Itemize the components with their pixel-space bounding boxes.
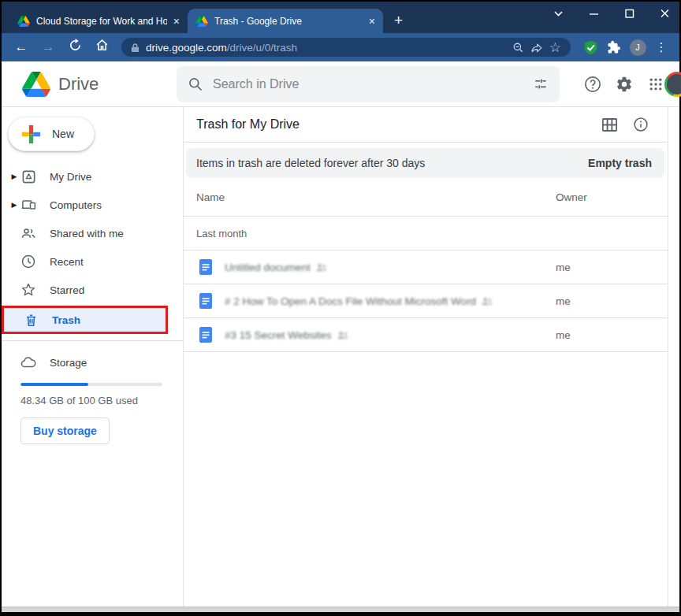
home-icon[interactable] (90, 39, 114, 56)
table-header: Name Owner (184, 178, 668, 217)
column-owner-header[interactable]: Owner (556, 191, 657, 203)
expand-arrow-icon[interactable]: ▶ (8, 173, 20, 180)
file-name: #3 15 Secret Websites (225, 329, 332, 341)
owner-cell: me (556, 262, 657, 273)
banner-message: Items in trash are deleted forever after… (196, 157, 588, 169)
owner-cell: me (556, 329, 657, 341)
google-docs-icon (199, 259, 212, 275)
tab-cloud-storage[interactable]: Cloud Storage for Work and Hon × (9, 9, 188, 33)
brand-name: Drive (58, 74, 99, 95)
table-row[interactable]: # 2 How To Open A Docs File Without Micr… (184, 284, 668, 318)
sidebar-item-label: Storage (50, 357, 87, 369)
maximize-button[interactable] (623, 8, 636, 19)
lock-icon[interactable] (131, 43, 140, 53)
avatar-initial: J (630, 39, 646, 56)
table-row[interactable]: Untitled document me (184, 250, 668, 284)
sidebar-item-label: Shared with me (50, 228, 124, 239)
browser-toolbar: ← → drive.google.com/drive/u/0/trash ☆ (2, 33, 679, 61)
search-options-tune-icon[interactable] (533, 76, 549, 92)
close-window-button[interactable] (658, 8, 672, 19)
profile-avatar[interactable]: J (627, 39, 648, 56)
sidebar-item-label: Starred (50, 284, 84, 296)
empty-trash-button[interactable]: Empty trash (588, 157, 652, 169)
new-tab-button[interactable]: + (394, 12, 403, 29)
shared-indicator-icon (337, 330, 348, 340)
sidebar-item-trash[interactable]: Trash (4, 308, 166, 332)
table-row[interactable]: #3 15 Secret Websites me (184, 318, 668, 352)
column-name-header[interactable]: Name (196, 191, 556, 203)
info-icon[interactable] (625, 110, 657, 139)
shared-with-me-icon (20, 225, 36, 241)
zoom-page-icon[interactable] (512, 42, 524, 54)
drive-sidebar: New ▶ My Drive ▶ C (2, 107, 183, 607)
share-icon[interactable] (530, 42, 543, 54)
forward-icon[interactable]: → (36, 39, 60, 55)
storage-cloud-icon (20, 354, 36, 370)
tab-search-chevron-icon[interactable] (552, 8, 565, 19)
search-icon (188, 76, 203, 92)
storage-usage-text: 48.34 GB of 100 GB used (20, 395, 183, 406)
address-bar[interactable]: drive.google.com/drive/u/0/trash ☆ (121, 38, 571, 57)
sidebar-item-label: Computers (50, 199, 102, 211)
window-bottom-edge (2, 607, 679, 612)
extensions-puzzle-icon[interactable] (604, 40, 624, 54)
sidebar-divider (2, 340, 183, 341)
back-icon[interactable]: ← (9, 39, 33, 55)
sidebar-item-label: My Drive (50, 171, 91, 183)
url-path: /drive/u/0/trash (227, 42, 297, 54)
url-text[interactable]: drive.google.com/drive/u/0/trash (146, 42, 506, 54)
owner-cell: me (556, 295, 657, 307)
storage-progress-bar (20, 383, 162, 386)
browser-window: Cloud Storage for Work and Hon × Trash -… (0, 0, 681, 616)
sidebar-item-my-drive[interactable]: ▶ My Drive (2, 162, 183, 191)
settings-gear-icon[interactable] (608, 69, 640, 100)
tab-close-icon[interactable]: × (173, 16, 180, 27)
scrollbar-gutter[interactable] (668, 107, 679, 607)
help-icon[interactable] (577, 69, 608, 100)
url-domain: drive.google.com (146, 42, 227, 54)
annotation-red-box: Trash (2, 306, 168, 334)
sidebar-item-label: Recent (50, 256, 84, 268)
sidebar-item-storage[interactable]: Storage (2, 348, 183, 377)
drive-favicon (195, 16, 208, 27)
sidebar-item-computers[interactable]: ▶ Computers (2, 191, 183, 219)
shared-indicator-icon (482, 296, 493, 306)
new-plus-icon (21, 124, 41, 144)
drive-logo (22, 72, 50, 97)
new-button[interactable]: New (8, 117, 95, 151)
account-avatar-photo (667, 74, 681, 95)
tab-title: Cloud Storage for Work and Hon (36, 16, 167, 27)
tab-strip: Cloud Storage for Work and Hon × Trash -… (2, 2, 679, 33)
sidebar-item-shared-with-me[interactable]: Shared with me (2, 219, 183, 247)
expand-arrow-icon[interactable]: ▶ (8, 201, 20, 209)
sidebar-item-label: Trash (52, 314, 80, 326)
drive-favicon (17, 16, 30, 27)
grid-view-toggle-icon[interactable] (594, 110, 625, 139)
group-label-last-month: Last month (184, 217, 668, 250)
search-input[interactable]: Search in Drive (177, 66, 560, 102)
adblock-shield-icon[interactable] (580, 40, 601, 55)
reload-icon[interactable] (63, 39, 87, 56)
page-title[interactable]: Trash for My Drive (196, 117, 594, 132)
google-docs-icon (199, 293, 212, 309)
tab-close-icon[interactable]: × (369, 16, 375, 27)
buy-storage-button[interactable]: Buy storage (20, 417, 110, 444)
trash-retention-banner: Items in trash are deleted forever after… (186, 148, 664, 178)
new-button-label: New (52, 128, 74, 140)
minimize-button[interactable] (587, 8, 601, 19)
drive-brand[interactable]: Drive (22, 72, 177, 97)
my-drive-icon (20, 169, 36, 184)
recent-clock-icon (20, 254, 36, 269)
tab-title: Trash - Google Drive (214, 16, 363, 27)
starred-star-icon (20, 282, 36, 298)
sidebar-item-recent[interactable]: Recent (2, 247, 183, 276)
trash-icon (23, 312, 39, 328)
drive-header: Drive Search in Drive (2, 61, 679, 107)
browser-menu-icon[interactable]: ⋮ (651, 40, 672, 54)
main-content: Trash for My Drive Items in trash are de… (184, 107, 668, 607)
bookmark-star-icon[interactable]: ☆ (549, 39, 561, 56)
tab-trash-active[interactable]: Trash - Google Drive × (188, 9, 383, 33)
sidebar-item-starred[interactable]: Starred (2, 276, 183, 304)
google-docs-icon (199, 327, 212, 343)
shared-indicator-icon (316, 262, 327, 272)
